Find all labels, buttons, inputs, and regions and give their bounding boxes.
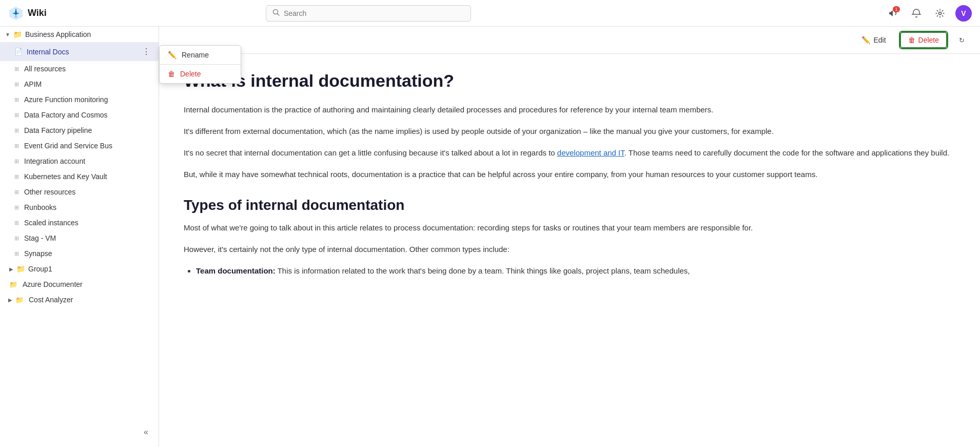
avatar[interactable]: V bbox=[955, 5, 972, 22]
rename-icon: ✏️ bbox=[168, 51, 177, 59]
svg-line-3 bbox=[277, 13, 279, 15]
dev-it-link[interactable]: development and IT bbox=[557, 148, 624, 157]
bullet1-label: Team documentation: bbox=[196, 266, 276, 275]
cost-analyzer-label: Cost Analyzer bbox=[29, 296, 73, 304]
chevron-right-icon: ▶ bbox=[9, 266, 13, 272]
delete-label: Delete bbox=[918, 36, 939, 44]
refresh-icon: ↻ bbox=[959, 36, 965, 44]
sidebar-group-business-app[interactable]: ▼ 📁 Business Application bbox=[0, 27, 159, 42]
notifications-button[interactable] bbox=[908, 5, 925, 22]
sidebar-collapse-button[interactable]: « bbox=[140, 425, 152, 439]
content-para5: Most of what we're going to talk about i… bbox=[184, 222, 955, 234]
edit-icon: ✏️ bbox=[861, 36, 870, 44]
sidebar-item-event-grid[interactable]: ⊞ Event Grid and Service Bus bbox=[0, 138, 159, 153]
delete-icon: 🗑 bbox=[908, 36, 915, 44]
content-para6: However, it's certainly not the only typ… bbox=[184, 243, 955, 256]
sidebar-item-label: Stag - VM bbox=[24, 234, 56, 242]
sidebar-item-label: Data Factory and Cosmos bbox=[24, 111, 108, 119]
page-icon: ⊞ bbox=[14, 127, 19, 134]
sidebar-item-label: Integration account bbox=[24, 157, 85, 165]
azure-documenter-label: Azure Documenter bbox=[23, 280, 83, 288]
sidebar-item-scaled-instances[interactable]: ⊞ Scaled instances bbox=[0, 215, 159, 230]
context-menu-rename[interactable]: ✏️ Rename bbox=[160, 46, 241, 64]
content-heading: What is internal documentation? bbox=[184, 70, 955, 91]
content-body: What is internal documentation? Internal… bbox=[159, 54, 980, 447]
para3-prefix: It's no secret that internal documentati… bbox=[184, 148, 557, 157]
announcements-button[interactable]: 1 bbox=[885, 5, 901, 22]
list-item-team-docs: Team documentation: This is information … bbox=[196, 265, 955, 277]
page-icon: ⊞ bbox=[14, 158, 19, 165]
page-icon: ⊞ bbox=[14, 112, 19, 119]
page-icon: ⊞ bbox=[14, 96, 19, 103]
folder-icon: 📁 bbox=[13, 30, 22, 38]
page-icon: ⊞ bbox=[14, 235, 19, 242]
folder-icon: 📁 bbox=[16, 265, 25, 273]
page-icon: ⊞ bbox=[14, 250, 19, 257]
sidebar-item-data-factory-pipeline[interactable]: ⊞ Data Factory pipeline bbox=[0, 123, 159, 138]
content-list: Team documentation: This is information … bbox=[184, 265, 955, 277]
context-menu: ✏️ Rename 🗑 Delete bbox=[159, 45, 241, 84]
page-icon: ⊞ bbox=[14, 204, 19, 211]
chevron-right-icon: ▶ bbox=[8, 297, 12, 303]
sidebar-item-label: Scaled instances bbox=[24, 219, 79, 227]
main-area: ✏️ Edit 🗑 Delete ↻ What is internal docu… bbox=[159, 27, 980, 447]
chevron-down-icon: ▼ bbox=[5, 32, 10, 37]
page-icon: ⊞ bbox=[14, 173, 19, 180]
sidebar-item-synapse[interactable]: ⊞ Synapse bbox=[0, 246, 159, 261]
sidebar-item-all-resources[interactable]: ⊞ All resources bbox=[0, 61, 159, 76]
sidebar-item-label: APIM bbox=[24, 80, 42, 88]
edit-button[interactable]: ✏️ Edit bbox=[854, 32, 893, 48]
edit-label: Edit bbox=[873, 36, 886, 44]
announcements-badge: 1 bbox=[893, 6, 900, 12]
sidebar-item-cost-analyzer[interactable]: ▶ 📁 Cost Analyzer bbox=[0, 292, 159, 307]
delete-button[interactable]: 🗑 Delete bbox=[900, 32, 947, 48]
page-icon: ⊞ bbox=[14, 189, 19, 196]
sidebar-item-other-resources[interactable]: ⊞ Other resources bbox=[0, 184, 159, 200]
content-para2: It's different from external documentati… bbox=[184, 125, 955, 138]
sidebar-item-runbooks[interactable]: ⊞ Runbooks bbox=[0, 200, 159, 215]
context-menu-delete-label: Delete bbox=[180, 70, 201, 78]
page-icon: ⊞ bbox=[14, 143, 19, 149]
sidebar-item-label: Synapse bbox=[24, 249, 52, 258]
sidebar-item-label: Azure Function monitoring bbox=[24, 95, 108, 104]
gear-icon bbox=[935, 8, 945, 18]
sidebar-item-label: Data Factory pipeline bbox=[24, 126, 92, 134]
sidebar-item-label: Other resources bbox=[24, 188, 75, 196]
sidebar-item-label: Runbooks bbox=[24, 203, 56, 211]
content-para4: But, while it may have somewhat technica… bbox=[184, 168, 955, 181]
sidebar-group-group1[interactable]: ▶ 📁 Group1 bbox=[0, 261, 159, 277]
sidebar-item-azure-documenter[interactable]: 📁 Azure Documenter bbox=[0, 277, 159, 292]
topbar-actions: 1 V bbox=[885, 5, 972, 22]
context-menu-delete[interactable]: 🗑 Delete bbox=[160, 65, 241, 83]
sidebar-item-azure-function[interactable]: ⊞ Azure Function monitoring bbox=[0, 92, 159, 107]
bullet1-text: This is information related to the work … bbox=[278, 266, 690, 275]
refresh-button[interactable]: ↻ bbox=[953, 32, 970, 48]
page-icon: ⊞ bbox=[14, 220, 19, 226]
page-icon: ⊞ bbox=[14, 81, 19, 88]
content-heading2: Types of internal documentation bbox=[184, 197, 955, 213]
sidebar-item-internal-docs[interactable]: 📄 Internal Docs ⋮ bbox=[0, 42, 159, 61]
context-menu-rename-label: Rename bbox=[182, 51, 209, 59]
logo-icon bbox=[8, 6, 24, 21]
sidebar-item-data-factory-cosmos[interactable]: ⊞ Data Factory and Cosmos bbox=[0, 107, 159, 123]
content-para3: It's no secret that internal documentati… bbox=[184, 147, 955, 159]
delete-icon: 🗑 bbox=[168, 70, 175, 78]
logo[interactable]: Wiki bbox=[8, 6, 47, 21]
sidebar: ▼ 📁 Business Application 📄 Internal Docs… bbox=[0, 27, 159, 447]
sidebar-item-stag-vm[interactable]: ⊞ Stag - VM bbox=[0, 230, 159, 246]
sidebar-group-label: Business Application bbox=[25, 30, 91, 38]
search-icon bbox=[272, 9, 280, 18]
search-input[interactable] bbox=[284, 9, 464, 17]
search-bar[interactable] bbox=[266, 5, 471, 22]
sidebar-item-integration-account[interactable]: ⊞ Integration account bbox=[0, 153, 159, 169]
para3-suffix: . Those teams need to carefully document… bbox=[624, 148, 949, 157]
content-toolbar: ✏️ Edit 🗑 Delete ↻ bbox=[159, 27, 980, 54]
settings-button[interactable] bbox=[932, 5, 948, 22]
topbar: Wiki 1 bbox=[0, 0, 980, 27]
sidebar-item-kubernetes[interactable]: ⊞ Kubernetes and Key Vault bbox=[0, 169, 159, 184]
sidebar-item-apim[interactable]: ⊞ APIM bbox=[0, 76, 159, 92]
bell-icon bbox=[911, 8, 922, 18]
three-dot-menu-button[interactable]: ⋮ bbox=[140, 46, 152, 57]
app-title: Wiki bbox=[28, 8, 47, 18]
content-para1: Internal documentation is the practice o… bbox=[184, 104, 955, 116]
